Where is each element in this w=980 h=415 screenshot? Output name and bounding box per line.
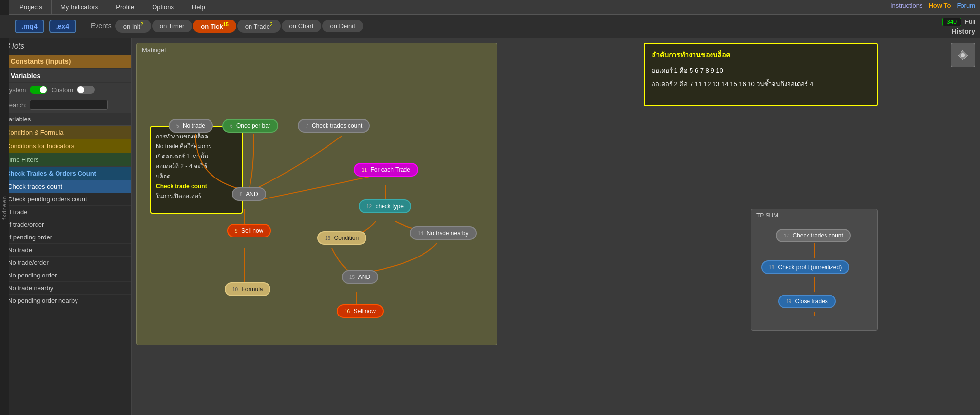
node-15-and[interactable]: 15 AND: [342, 270, 378, 284]
note-line1: การทำงานของบล็อค: [156, 132, 237, 141]
note-line7: ในการเปิดออเดอร์: [156, 191, 237, 201]
matingel-title: Matingel: [142, 46, 166, 54]
event-badge-init: 2: [140, 22, 143, 27]
sidebar-variables[interactable]: 1 Variables: [0, 69, 131, 83]
menu-help[interactable]: Help: [183, 0, 214, 14]
main-layout: B lots 4 Constants (Inputs) 1 Variables …: [0, 38, 980, 415]
icon-widget[interactable]: [951, 43, 975, 67]
event-on-tick[interactable]: on Tick15: [193, 20, 236, 33]
sidebar-item-if-pending[interactable]: If pending order: [0, 231, 131, 244]
sidebar-constants[interactable]: 4 Constants (Inputs): [0, 55, 131, 69]
full-button[interactable]: Full: [965, 18, 975, 25]
sidebar-item-no-trade[interactable]: No trade: [0, 244, 131, 257]
node-13-condition[interactable]: 13 Condition: [317, 231, 366, 245]
mq4-button[interactable]: .mq4: [15, 20, 44, 33]
canvas-area[interactable]: Matingel: [132, 38, 980, 415]
top-menu: Projects My Indicators Profile Options H…: [0, 0, 980, 15]
menu-profile[interactable]: Profile: [107, 0, 143, 14]
info-line1: ออเดอร์ 1 คือ 5 6 7 8 9 10: [652, 65, 870, 76]
event-on-timer[interactable]: on Timer: [152, 20, 192, 32]
sidebar-item-no-pending-nearby[interactable]: No pending order nearby: [0, 295, 131, 307]
event-on-deinit[interactable]: on Deinit: [322, 20, 363, 32]
history-button[interactable]: History: [952, 27, 975, 35]
custom-label: Custom: [51, 86, 73, 94]
sidebar: B lots 4 Constants (Inputs) 1 Variables …: [0, 38, 132, 415]
svg-point-0: [961, 53, 965, 57]
node-15-label: AND: [358, 274, 370, 280]
ex4-button[interactable]: .ex4: [49, 20, 76, 33]
node-14-no-trade-nearby[interactable]: 14 No trade nearby: [410, 226, 477, 240]
sidebar-cat-check-trades[interactable]: Check Trades & Orders Count: [0, 167, 131, 180]
sidebar-cat-time-filters[interactable]: Time Filters: [0, 153, 131, 167]
custom-toggle[interactable]: [77, 86, 95, 94]
menu-options[interactable]: Options: [143, 0, 183, 14]
note-line6: Check trade count: [156, 181, 237, 191]
node-5-label: No trade: [183, 122, 205, 129]
sidebar-item-no-pending[interactable]: No pending order: [0, 269, 131, 282]
node-17-label: Check trades count: [792, 232, 843, 239]
node-8-label: AND: [246, 191, 258, 198]
tpsum-box: TP SUM 17 Check trades count 18 Check pr…: [751, 209, 878, 331]
node-17-check-trades[interactable]: 17 Check trades count: [776, 229, 851, 242]
node-18-check-profit[interactable]: 18 Check profit (unrealized): [761, 260, 849, 274]
note-box: การทำงานของบล็อค No trade คือใช้คุมการ เ…: [150, 126, 243, 214]
node-10-formula[interactable]: 10 Formula: [225, 282, 270, 296]
node-6-label: Once per bar: [236, 122, 270, 129]
node-9-label: Sell now: [241, 227, 263, 234]
node-10-label: Formula: [241, 286, 263, 293]
info-line2: ออเดอร์ 2 คือ 7 11 12 13 14 15 16 10 วนซ…: [652, 79, 870, 90]
note-line5: บล็อค: [156, 172, 237, 181]
node-11-label: For each Trade: [370, 166, 410, 173]
note-line4: ออเดอร์ที่ 2 - 4 จะใช้: [156, 161, 237, 171]
node-6-once-per-bar[interactable]: 6 Once per bar: [222, 119, 278, 133]
note-line2: No trade คือใช้คุมการ: [156, 141, 237, 151]
instructions-link[interactable]: Instructions: [890, 2, 922, 9]
second-bar-right: 340 Full History: [942, 15, 975, 38]
node-7-label: Check trades count: [312, 122, 362, 129]
node-13-label: Condition: [334, 235, 359, 241]
icon-svg: [956, 48, 970, 62]
node-19-close-trades[interactable]: 19 Close trades: [778, 295, 836, 308]
node-8-and[interactable]: 8 AND: [232, 187, 266, 201]
node-12-label: check type: [375, 203, 403, 210]
node-19-label: Close trades: [795, 298, 827, 305]
second-bar: .mq4 .ex4 Events on Init2 on Timer on Ti…: [0, 15, 980, 38]
search-input[interactable]: [30, 100, 108, 110]
top-right-links: Instructions How To Forum: [890, 2, 975, 9]
sidebar-item-if-trade[interactable]: If trade: [0, 206, 131, 218]
system-toggle[interactable]: [30, 86, 47, 94]
event-on-trade[interactable]: on Trade2: [237, 20, 281, 33]
sidebar-cat-condition[interactable]: Condition & Formula: [0, 126, 131, 139]
node-7-check-trades[interactable]: 7 Check trades count: [298, 119, 370, 133]
sidebar-item-check-pending[interactable]: Check pending orders count: [0, 193, 131, 206]
info-box: ลำดับการทำงานของบล็อค ออเดอร์ 1 คือ 5 6 …: [644, 43, 878, 106]
event-on-chart[interactable]: on Chart: [282, 20, 322, 32]
sidebar-item-no-trade-nearby[interactable]: No trade nearby: [0, 282, 131, 295]
event-badge-tick: 15: [223, 22, 229, 27]
toggle-row: System Custom: [0, 83, 131, 97]
event-on-init[interactable]: on Init2: [115, 20, 151, 33]
events-bar: Events on Init2 on Timer on Tick15 on Tr…: [91, 20, 363, 33]
event-badge-trade: 2: [270, 22, 273, 27]
node-9-sell-now[interactable]: 9 Sell now: [227, 224, 271, 237]
info-text: ลำดับการทำงานของบล็อค ออเดอร์ 1 คือ 5 6 …: [652, 49, 870, 90]
info-title: ลำดับการทำงานของบล็อค: [652, 49, 870, 61]
howto-link[interactable]: How To: [928, 2, 951, 9]
events-label: Events: [91, 22, 112, 30]
tpsum-title: TP SUM: [756, 212, 778, 219]
sidebar-item-if-trade-order[interactable]: If trade/order: [0, 218, 131, 231]
node-5-no-trade[interactable]: 5 No trade: [169, 119, 213, 133]
sidebar-title: B lots: [0, 38, 131, 55]
node-16-label: Sell now: [353, 308, 375, 315]
sidebar-item-no-trade-order[interactable]: No trade/order: [0, 257, 131, 269]
node-16-sell-now[interactable]: 16 Sell now: [337, 304, 384, 318]
node-12-check-type[interactable]: 12 check type: [359, 199, 411, 213]
sidebar-cat-conditions-ind[interactable]: Conditions for Indicators: [0, 139, 131, 153]
menu-my-indicators[interactable]: My Indicators: [52, 0, 107, 14]
brand-text: fxdreen: [1, 195, 7, 220]
node-11-for-each-trade[interactable]: 11 For each Trade: [354, 163, 418, 177]
forum-link[interactable]: Forum: [957, 2, 975, 9]
note-text: การทำงานของบล็อค No trade คือใช้คุมการ เ…: [156, 132, 237, 201]
menu-projects[interactable]: Projects: [11, 0, 52, 14]
sidebar-item-check-trades-count[interactable]: Check trades count: [0, 180, 131, 193]
